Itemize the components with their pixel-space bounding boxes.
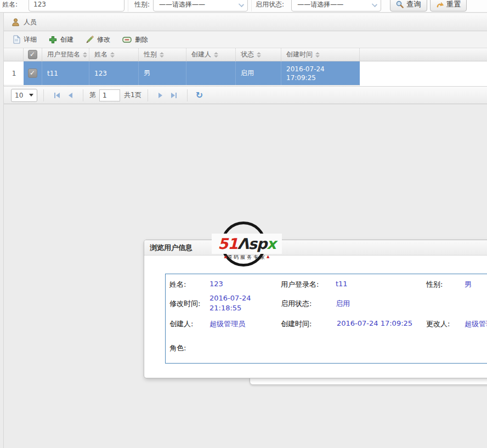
field-created-label: 创建时间: [281, 319, 312, 329]
cell-status: 启用 [236, 61, 281, 85]
detail-button-label: 详细 [24, 35, 37, 44]
create-button-label: 创建 [60, 35, 73, 44]
user-info-fieldset: 姓名: 123 用户登录名: t11 性别: 男 修改时间: 2016-07-2… [165, 274, 487, 364]
sort-icon [257, 52, 261, 58]
field-modified-value: 2016-07-24 21:18:55 [209, 293, 267, 313]
panel-header: 人员 [4, 13, 487, 31]
detail-button[interactable]: 详细 [13, 35, 37, 44]
row-checkbox[interactable] [28, 69, 37, 78]
field-creator-label: 创建人: [169, 319, 193, 329]
created-time-line: 17:09:25 [286, 73, 316, 82]
reset-button[interactable]: 重置 [430, 0, 467, 12]
last-page-button[interactable] [167, 93, 181, 98]
create-button[interactable]: 创建 [49, 35, 73, 44]
page-size-value: 10 [15, 92, 23, 99]
select-arrow-icon [29, 94, 33, 97]
column-header-name-label: 姓名 [94, 50, 107, 59]
search-button-label: 查询 [406, 0, 421, 9]
field-enabled-value: 启用 [336, 299, 350, 309]
person-icon [12, 18, 20, 26]
status-field-label: 启用状态: [256, 0, 284, 9]
gender-select-value: ——请选择—— [159, 0, 205, 9]
cell-gender: 男 [139, 61, 186, 85]
column-header-creator[interactable]: 创建人 [186, 48, 236, 61]
form-separator [128, 0, 128, 12]
sort-icon [110, 52, 115, 58]
field-login-label: 用户登录名: [281, 280, 319, 290]
view-user-dialog: 浏览用户信息 姓名: 123 用户登录名: t11 性别: 男 修改时间: 20… [144, 240, 487, 378]
field-login-value: t11 [336, 280, 348, 288]
status-select[interactable]: ——请选择—— [291, 0, 381, 12]
search-button[interactable]: 查询 [390, 0, 427, 12]
page-prefix-label: 第 [89, 90, 96, 100]
created-date-line: 2016-07-24 [286, 65, 325, 73]
column-header-created[interactable]: 创建时间 [281, 48, 360, 61]
panel-title: 人员 [24, 18, 37, 27]
sort-icon [315, 52, 320, 58]
pagination-separator [43, 89, 44, 101]
pencil-icon [86, 36, 94, 44]
screen: 姓名: 性别: ——请选择—— 启用状态: ——请选择—— 查询 重置 [0, 0, 487, 448]
edit-button[interactable]: 修改 [86, 35, 110, 44]
field-gender-value: 男 [465, 280, 472, 290]
field-modifier-label: 更改人: [426, 319, 450, 329]
select-all-header-cell [24, 48, 42, 61]
column-header-login[interactable]: 用户登陆名 [42, 48, 89, 61]
field-name-value: 123 [209, 280, 223, 288]
dialog-title: 浏览用户信息 [150, 243, 192, 253]
grid-toolbar: 详细 创建 修改 删除 [4, 31, 487, 48]
chevron-down-icon [372, 2, 377, 7]
select-all-checkbox[interactable] [28, 50, 37, 59]
name-field-label: 姓名: [2, 0, 18, 9]
pagination-separator [187, 89, 188, 101]
pagination-bar: 10 第 共1页 ↻ [4, 86, 487, 104]
field-modifier-value: 超级管理员 [465, 319, 487, 329]
cell-created-time: 2016-07-24 17:09:25 [281, 61, 360, 85]
cell-login: t11 [42, 61, 89, 85]
rownumber-header-cell [4, 48, 24, 61]
document-icon [13, 35, 20, 44]
pagination-separator [148, 89, 148, 101]
page-size-select[interactable]: 10 [11, 89, 37, 102]
delete-button[interactable]: 删除 [122, 35, 148, 44]
sort-icon [83, 52, 87, 58]
page-total-label: 共1页 [124, 90, 141, 100]
column-header-creator-label: 创建人 [191, 50, 211, 59]
field-created-value: 2016-07-24 17:09:25 [337, 319, 412, 327]
column-header-status[interactable]: 状态 [236, 48, 281, 61]
grid-body: 1 t11 123 男 启用 2016-07-24 17:09:25 [4, 61, 487, 86]
field-role-label: 角色: [169, 343, 186, 353]
row-checkbox-cell [24, 61, 42, 85]
form-separator [251, 0, 252, 12]
first-page-button[interactable] [50, 93, 64, 98]
sort-icon [214, 52, 218, 58]
gender-select[interactable]: ——请选择—— [153, 0, 248, 12]
next-page-button[interactable] [154, 93, 167, 98]
field-enabled-label: 启用状态: [281, 299, 312, 309]
grid-header: 用户登陆名 姓名 性别 创建人 状态 创建时间 [4, 48, 487, 61]
cell-creator [186, 61, 236, 85]
pagination-separator [83, 89, 83, 101]
refresh-icon[interactable]: ↻ [196, 90, 203, 100]
chevron-down-icon [239, 2, 244, 7]
column-header-name[interactable]: 姓名 [89, 48, 139, 61]
edit-button-label: 修改 [97, 35, 110, 44]
field-modified-label: 修改时间: [169, 299, 200, 309]
row-divider [4, 85, 360, 86]
name-input[interactable] [29, 0, 124, 12]
column-header-status-label: 状态 [241, 50, 254, 59]
search-form-bar: 姓名: 性别: ——请选择—— 启用状态: ——请选择—— 查询 重置 [0, 0, 487, 13]
gender-field-label: 性别: [134, 0, 150, 9]
column-header-gender[interactable]: 性别 [139, 48, 186, 61]
cell-name: 123 [89, 61, 139, 85]
column-header-gender-label: 性别 [144, 50, 157, 59]
field-name-label: 姓名: [169, 280, 186, 290]
status-select-value: ——请选择—— [297, 0, 343, 9]
dialog-title-bar[interactable]: 浏览用户信息 [144, 240, 487, 256]
column-header-login-label: 用户登陆名 [47, 50, 80, 59]
sort-icon [160, 52, 164, 58]
row-number-cell: 1 [4, 61, 24, 85]
page-number-input[interactable] [99, 89, 120, 101]
field-creator-value: 超级管理员 [209, 319, 245, 329]
prev-page-button[interactable] [64, 93, 77, 98]
